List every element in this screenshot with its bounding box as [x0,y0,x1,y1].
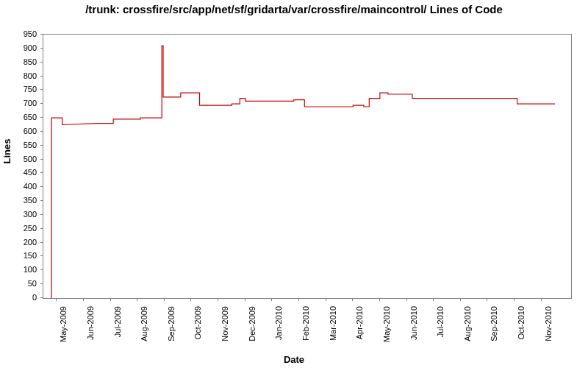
x-tick-label: Jul-2009 [113,306,122,337]
x-tick-label: Jun-2010 [409,306,418,340]
plot-area [43,34,572,299]
x-tick-mark [83,299,84,301]
x-tick-label: Jul-2010 [436,306,445,337]
y-tick-label: 150 [0,251,37,260]
x-tick-mark [56,299,57,301]
x-tick-label: Aug-2010 [463,306,472,342]
x-tick-label: Dec-2009 [248,306,257,342]
x-tick-label: Oct-2010 [517,306,526,339]
x-tick-mark [164,299,165,301]
x-tick-label: May-2009 [59,306,68,342]
y-tick-label: 600 [0,127,37,135]
x-tick-label: Feb-2010 [301,306,310,341]
x-tick-mark [190,299,191,301]
x-tick-label: Jun-2009 [86,306,95,340]
chart-title: /trunk: crossfire/src/app/net/sf/gridart… [0,3,588,16]
x-tick-mark [379,299,380,301]
y-axis-ticks: 0501001502002503003504004505005506006507… [0,34,40,299]
y-tick-label: 250 [0,224,37,233]
y-tick-label: 0 [0,293,37,302]
x-tick-label: Mar-2010 [329,306,337,341]
y-tick-label: 550 [0,141,37,149]
x-tick-label: Aug-2009 [140,306,148,342]
x-tick-label: May-2010 [382,306,391,342]
x-tick-mark [433,299,434,301]
x-tick-mark [541,299,542,301]
y-tick-label: 200 [0,238,37,247]
y-tick-label: 50 [0,279,37,288]
x-tick-label: Sep-2010 [490,306,498,342]
x-tick-mark [271,299,272,301]
x-tick-mark [218,299,218,301]
x-tick-mark [514,299,514,301]
x-tick-label: Nov-2010 [544,306,553,342]
y-tick-label: 400 [0,182,37,191]
x-tick-mark [460,299,461,301]
x-tick-mark [137,299,137,301]
y-tick-label: 100 [0,265,37,274]
x-tick-mark [352,299,353,301]
x-tick-mark [326,299,326,301]
y-tick-label: 850 [0,57,37,66]
x-tick-label: Oct-2009 [193,306,202,339]
y-tick-label: 700 [0,99,37,107]
x-tick-mark [298,299,299,301]
x-tick-mark [110,299,111,301]
y-tick-label: 950 [0,29,37,38]
y-tick-label: 900 [0,43,37,52]
x-tick-label: Jan-2010 [274,306,283,340]
chart-container: /trunk: crossfire/src/app/net/sf/gridart… [0,0,588,368]
x-tick-mark [487,299,487,301]
x-tick-label: Nov-2009 [220,306,229,342]
x-axis-ticks: May-2009Jun-2009Jul-2009Aug-2009Sep-2009… [43,299,572,358]
x-tick-mark [245,299,245,301]
y-tick-label: 750 [0,85,37,93]
line-series [43,35,571,298]
y-tick-label: 350 [0,196,37,205]
y-tick-label: 450 [0,168,37,177]
y-tick-label: 500 [0,155,37,163]
y-tick-label: 650 [0,113,37,121]
x-tick-label: Sep-2009 [167,306,176,342]
x-tick-mark [406,299,407,301]
y-tick-label: 300 [0,210,37,219]
series-path [51,46,555,298]
x-tick-label: Apr-2010 [355,306,364,339]
y-tick-label: 800 [0,71,37,80]
